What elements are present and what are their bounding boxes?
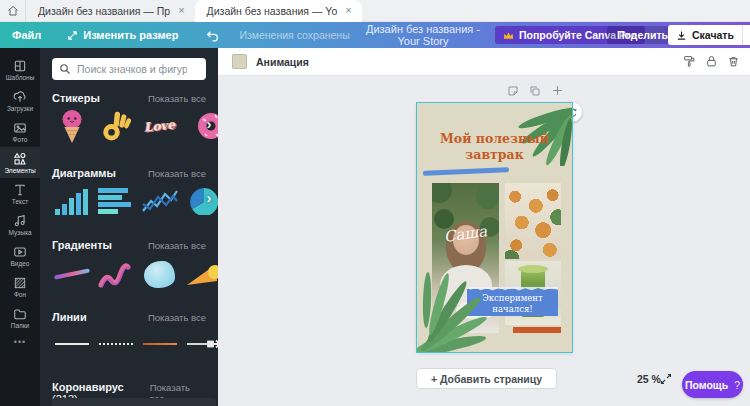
design-page[interactable]: Мой полезный завтрак Саша [417,103,572,352]
search-input[interactable] [77,63,187,75]
design-title-line1[interactable]: Мой полезный [417,131,572,146]
sidebar-item-folders[interactable]: Папки [0,302,40,333]
sidebar-item-text[interactable]: Текст [0,178,40,209]
solid-line[interactable] [52,336,91,352]
blue-marker-stroke[interactable] [423,167,509,176]
lock-icon[interactable] [705,55,718,68]
file-menu-button[interactable]: Файл [0,29,51,41]
close-icon[interactable]: × [176,5,186,16]
palm-leaf-bottom-left [417,264,513,352]
duplicate-page-icon[interactable] [529,85,541,97]
sidebar-item-uploads[interactable]: Загрузки [0,85,40,116]
doc-title[interactable]: Дизайн без названия - Your Story [358,23,488,47]
background-color-swatch[interactable] [232,54,247,69]
show-all-charts-link[interactable]: Показать все [148,168,206,179]
gradients-row [52,254,218,294]
stickers-row: Love [52,106,218,146]
add-page-icon[interactable] [551,84,564,97]
close-icon[interactable]: × [343,5,353,16]
download-button[interactable]: Скачать [668,29,742,41]
sidebar-rail: Шаблоны Загрузки Фото Элементы Текст Муз… [0,48,40,406]
sidebar-item-photos[interactable]: Фото [0,116,40,147]
elements-icon [13,152,27,166]
section-header-charts: Диаграммы Показать все [52,167,206,179]
ok-hand-sticker[interactable] [96,106,135,146]
line-chart-element[interactable] [140,182,179,215]
page-actions [507,84,564,97]
zoom-level[interactable]: 25 % [637,373,661,385]
sidebar-more-button[interactable]: ••• [0,337,40,347]
undo-icon [206,29,219,42]
workspace: Мой полезный завтрак Саша [218,76,750,406]
show-all-gradients-link[interactable]: Показать все [148,240,206,251]
music-icon [13,214,27,228]
animation-button[interactable]: Анимация [256,56,309,68]
help-button[interactable]: Помощь ? [682,371,743,398]
notes-icon[interactable] [507,85,519,97]
canva-editor-screen: Дизайн без названия — Пр × Дизайн без на… [0,0,750,406]
search-icon [59,63,71,75]
home-icon[interactable] [0,0,26,22]
ice-cream-sticker[interactable] [52,106,91,146]
coronavirus-row-partial[interactable] [52,398,216,406]
search-box[interactable] [52,58,206,80]
elements-panel: Стикеры Показать все Love › Диаграммы По… [40,48,218,406]
charts-row [52,182,218,215]
apricots-bowl-photo[interactable] [505,183,561,259]
gradient-blob[interactable] [140,254,179,294]
arrow-line[interactable] [184,336,218,352]
section-header-stickers: Стикеры Показать все [52,92,206,104]
expand-icon [660,373,672,385]
section-header-gradients: Градиенты Показать все [52,239,206,251]
show-all-stickers-link[interactable]: Показать все [148,93,206,104]
horizontal-bar-chart-element[interactable] [96,182,135,215]
orange-bar-element[interactable] [513,327,561,333]
gradient-comet[interactable] [184,254,218,294]
folders-icon [13,307,27,321]
browser-tab-bar: Дизайн без названия — Пр × Дизайн без на… [0,0,750,22]
undo-button[interactable] [196,29,229,42]
download-icon [676,30,687,41]
sidebar-item-templates[interactable]: Шаблоны [0,54,40,85]
sidebar-item-music[interactable]: Музыка [0,209,40,240]
stickers-next-icon[interactable]: › [202,112,216,134]
gradient-streak[interactable] [52,254,91,294]
templates-icon [13,59,27,73]
browser-tab-1[interactable]: Дизайн без названия — Пр × [26,0,195,22]
browser-tab-2[interactable]: Дизайн без названия — Yo × [195,0,362,22]
crown-icon [503,31,514,40]
charts-next-icon[interactable]: › [202,186,216,208]
canvas-toolbar: Анимация [218,48,750,76]
orange-line[interactable] [140,336,179,352]
lines-row [52,336,218,352]
editor-toolbar: Файл Изменить размер Изменения сохранены… [0,22,750,48]
sidebar-item-video[interactable]: Видео [0,240,40,271]
photos-icon [13,121,27,135]
uploads-icon [13,90,27,104]
video-icon [13,245,27,259]
download-button-group: Скачать [668,25,750,45]
dotted-line[interactable] [96,336,135,352]
sidebar-item-background[interactable]: Фон [0,271,40,302]
show-all-lines-link[interactable]: Показать все [148,312,206,323]
tab-title: Дизайн без названия — Yo [207,5,338,17]
resize-button[interactable]: Изменить размер [57,29,188,41]
tab-title: Дизайн без названия — Пр [38,5,170,17]
text-icon [13,183,27,197]
section-header-lines: Линии Показать все [52,311,206,323]
paint-roller-icon[interactable] [683,55,696,68]
autosave-status: Изменения сохранены [229,29,359,41]
download-dropdown-button[interactable] [742,25,750,45]
gradient-squiggle[interactable] [96,254,135,294]
resize-icon [67,30,78,41]
love-text-sticker[interactable]: Love [140,106,179,146]
sidebar-item-elements[interactable]: Элементы [0,147,40,178]
bar-chart-element[interactable] [52,182,91,215]
design-title-line2[interactable]: завтрак [417,147,572,162]
background-icon [13,276,27,290]
trash-icon[interactable] [727,55,740,68]
fullscreen-button[interactable] [660,373,672,385]
add-page-button[interactable]: + Добавить страницу [416,368,557,389]
